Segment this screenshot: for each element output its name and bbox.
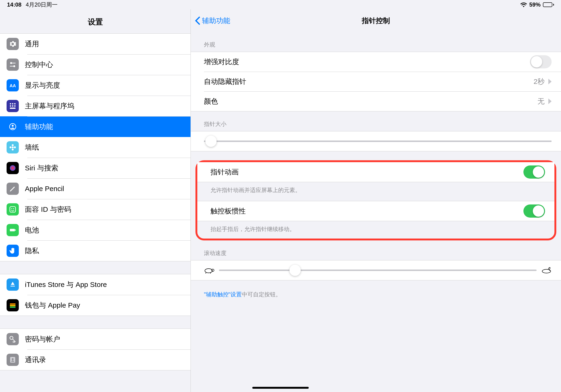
- sidebar-item-label: 墙纸: [25, 143, 39, 152]
- svg-point-2: [13, 65, 15, 67]
- pointer-size-slider[interactable]: [191, 131, 561, 151]
- sidebar-item-pencil[interactable]: Apple Pencil: [0, 178, 191, 199]
- pointer-anim-toggle[interactable]: [523, 165, 545, 179]
- flower-icon: [7, 141, 19, 153]
- svg-point-36: [550, 270, 550, 271]
- row-autohide[interactable]: 自动隐藏指针 2秒: [191, 72, 561, 91]
- grid-icon: [7, 100, 19, 112]
- status-time: 14:08: [7, 1, 21, 8]
- scroll-speed-slider[interactable]: [191, 260, 561, 280]
- row-trackpad-inertia[interactable]: 触控板惯性: [197, 201, 554, 221]
- chevron-right-icon: [548, 98, 552, 104]
- sidebar-item-battery[interactable]: 电池: [0, 220, 191, 240]
- home-indicator[interactable]: [252, 387, 309, 389]
- svg-point-31: [205, 269, 212, 273]
- row-color[interactable]: 颜色 无: [191, 91, 561, 111]
- sidebar-item-label: Siri 与搜索: [25, 163, 58, 173]
- svg-point-35: [542, 269, 551, 273]
- color-label: 颜色: [204, 97, 538, 106]
- chevron-right-icon: [548, 79, 552, 84]
- sidebar-item-label: 电池: [25, 225, 39, 235]
- switches-icon: [7, 58, 19, 71]
- sidebar-item-label: 通讯录: [25, 355, 46, 365]
- chevron-left-icon: [195, 16, 200, 25]
- sidebar-item-label: 显示与亮度: [25, 81, 60, 90]
- svg-rect-24: [15, 229, 16, 230]
- battery-pct: 59%: [529, 1, 540, 8]
- svg-rect-11: [10, 108, 15, 109]
- svg-rect-10: [14, 105, 15, 107]
- sidebar-item-label: iTunes Store 与 App Store: [25, 280, 107, 290]
- sidebar-item-label: 辅助功能: [25, 122, 53, 132]
- assistive-touch-link[interactable]: "辅助触控"设置: [204, 291, 242, 297]
- back-label: 辅助功能: [202, 16, 230, 26]
- gear-icon: [7, 38, 19, 50]
- trackpad-inertia-label: 触控板惯性: [210, 206, 523, 216]
- autohide-value: 2秒: [534, 77, 545, 87]
- svg-point-32: [212, 269, 214, 272]
- svg-rect-27: [10, 306, 15, 308]
- status-bar: 14:08 4月20日周一 59%: [0, 0, 561, 9]
- svg-rect-8: [10, 105, 11, 107]
- row-contrast[interactable]: 增强对比度: [191, 52, 561, 72]
- svg-rect-23: [10, 229, 15, 231]
- key-icon: [7, 333, 19, 345]
- battery-icon: [7, 224, 19, 236]
- sidebar-item-home-screen[interactable]: 主屏幕与程序坞: [0, 96, 191, 116]
- sidebar-item-contacts[interactable]: 通讯录: [0, 349, 191, 370]
- detail-pane: 辅助功能 指针控制 外观 增强对比度 自动隐藏指针 2秒: [191, 9, 561, 392]
- contrast-label: 增强对比度: [204, 57, 530, 67]
- sidebar-item-accessibility[interactable]: 辅助功能: [0, 116, 191, 137]
- sidebar-item-itunes[interactable]: iTunes Store 与 App Store: [0, 274, 191, 295]
- section-header-appearance: 外观: [191, 32, 561, 52]
- sidebar-item-privacy[interactable]: 隐私: [0, 240, 191, 261]
- face-icon: [7, 203, 19, 216]
- siri-icon: [7, 162, 19, 174]
- svg-rect-9: [12, 105, 13, 107]
- svg-rect-7: [14, 103, 15, 104]
- sidebar-item-siri[interactable]: Siri 与搜索: [0, 158, 191, 178]
- sidebar-item-faceid[interactable]: 面容 ID 与密码: [0, 199, 191, 220]
- sidebar-item-label: 控制中心: [25, 60, 53, 70]
- svg-point-13: [12, 125, 14, 127]
- battery-icon: [543, 2, 554, 7]
- sidebar-item-control-center[interactable]: 控制中心: [0, 54, 191, 75]
- sidebar-item-wallpaper[interactable]: 墙纸: [0, 137, 191, 158]
- svg-rect-6: [12, 103, 13, 104]
- svg-point-19: [10, 165, 15, 171]
- sidebar-item-wallet[interactable]: 钱包与 Apple Pay: [0, 295, 191, 316]
- sidebar-item-label: 通用: [25, 39, 39, 49]
- footer-note: "辅助触控"设置中可自定按钮。: [191, 280, 561, 299]
- pointer-anim-label: 指针动画: [210, 167, 523, 177]
- sidebar-item-label: 密码与帐户: [25, 334, 60, 344]
- hand-icon: [7, 245, 19, 257]
- sidebar-item-general[interactable]: 通用: [0, 34, 191, 54]
- row-pointer-anim[interactable]: 指针动画: [197, 162, 554, 182]
- svg-rect-1: [12, 63, 15, 64]
- sidebar-item-label: 钱包与 Apple Pay: [25, 301, 80, 310]
- svg-rect-5: [10, 103, 11, 104]
- status-date: 4月20日周一: [26, 1, 58, 9]
- wallet-icon: [7, 299, 19, 311]
- svg-text:AA: AA: [10, 83, 16, 88]
- section-header-pointer-size: 指针大小: [191, 111, 561, 131]
- contrast-toggle[interactable]: [530, 55, 552, 68]
- svg-point-30: [12, 358, 14, 360]
- settings-sidebar: 设置 通用控制中心AA显示与亮度主屏幕与程序坞辅助功能墙纸Siri 与搜索App…: [0, 9, 191, 392]
- trackpad-inertia-toggle[interactable]: [523, 205, 545, 218]
- svg-rect-20: [10, 207, 15, 212]
- sidebar-title: 设置: [0, 9, 191, 33]
- svg-point-14: [12, 146, 14, 148]
- aa-icon: AA: [7, 79, 19, 91]
- back-button[interactable]: 辅助功能: [191, 16, 230, 26]
- detail-header: 辅助功能 指针控制: [191, 9, 561, 32]
- sidebar-item-display[interactable]: AA显示与亮度: [0, 75, 191, 96]
- svg-point-16: [12, 149, 14, 150]
- autohide-label: 自动隐藏指针: [204, 77, 534, 87]
- sidebar-item-passwords[interactable]: 密码与帐户: [0, 329, 191, 349]
- svg-point-18: [14, 146, 16, 148]
- pencil-icon: [7, 183, 19, 195]
- svg-point-22: [13, 208, 14, 209]
- appstore-icon: [7, 279, 19, 291]
- person-icon: [7, 120, 19, 133]
